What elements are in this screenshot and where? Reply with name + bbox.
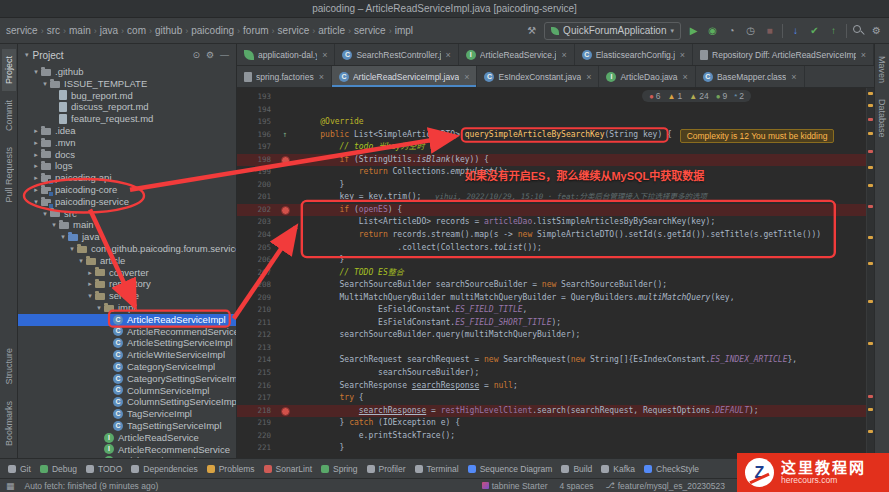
settings-icon[interactable]: ⚙ <box>870 24 883 37</box>
tree-toggle-icon[interactable]: ▾ <box>58 231 68 243</box>
editor-tab-articledao-java[interactable]: IArticleDao.java× <box>599 66 695 87</box>
tree-item-articlerecommendservice[interactable]: IArticleRecommendService <box>18 444 236 456</box>
close-icon[interactable]: × <box>322 50 327 60</box>
code-line-203[interactable]: 203 List<ArticleDO> records = articleDao… <box>237 216 866 229</box>
inspection-count[interactable]: *2 <box>734 91 744 101</box>
toolwindow-button-debug[interactable]: Debug <box>40 464 77 474</box>
code-line-214[interactable]: 214 SearchRequest searchRequest = new Se… <box>237 354 866 367</box>
tree-item-mvn[interactable]: ▸.mvn <box>18 137 236 149</box>
tree-toggle-icon[interactable]: ▾ <box>49 219 59 231</box>
code-line-204[interactable]: 204 return records.stream().map(s -> new… <box>237 229 866 242</box>
close-icon[interactable]: × <box>683 72 688 82</box>
tree-item-converter[interactable]: ▸converter <box>18 267 236 279</box>
code-line-194[interactable]: 194 <box>237 104 866 117</box>
tree-item-tagsettingserviceimpl[interactable]: CTagSettingServiceImpl <box>18 420 236 432</box>
close-icon[interactable]: × <box>586 72 591 82</box>
stripe-mark[interactable] <box>868 118 873 121</box>
tree-toggle-icon[interactable]: ▸ <box>31 172 41 184</box>
toolwindow-button-dependencies[interactable]: Dependencies <box>131 464 197 474</box>
editor-tab-searchrestcontroller-java[interactable]: CSearchRestController.java× <box>335 44 458 65</box>
tree-item-issue-template[interactable]: ▾ISSUE_TEMPLATE <box>18 78 236 90</box>
close-icon[interactable]: × <box>464 72 469 82</box>
code-line-206[interactable]: 206 } <box>237 254 866 267</box>
search-everywhere-icon[interactable] <box>853 25 864 36</box>
tree-toggle-icon[interactable]: ▸ <box>31 125 41 137</box>
breadcrumb-item-forum[interactable]: forum <box>243 25 269 36</box>
code-area[interactable]: 193194195 @Override196↑ public List<Simp… <box>237 88 866 458</box>
settings-icon[interactable]: ⚙ <box>206 50 214 60</box>
code-line-195[interactable]: 195 @Override <box>237 116 866 129</box>
close-icon[interactable]: × <box>446 50 451 60</box>
inspection-count[interactable]: ▲1 <box>668 91 683 101</box>
breadcrumb-item-service[interactable]: service <box>278 25 310 36</box>
tree-toggle-icon[interactable]: ▾ <box>40 208 50 220</box>
code-line-210[interactable]: 210 EsFieldConstant.ES_FIELD_TITLE, <box>237 304 866 317</box>
profiler-icon[interactable]: ◷ <box>744 24 757 37</box>
tree-item-impl[interactable]: ▾impl <box>18 302 236 314</box>
toolwindow-button-spring[interactable]: Spring <box>321 464 358 474</box>
tree-item-docs[interactable]: ▸docs <box>18 149 236 161</box>
build-hammer-icon[interactable]: ⚒ <box>525 24 538 37</box>
toolwindow-button-problems[interactable]: Problems <box>207 464 255 474</box>
editor-tab-esindexconstant-java[interactable]: CEsIndexConstant.java× <box>477 66 599 87</box>
inspection-count[interactable]: ▲24 <box>689 91 708 101</box>
close-icon[interactable]: × <box>561 50 566 60</box>
tool-stripe-structure[interactable]: Structure <box>2 341 16 392</box>
tree-item-discuss-report-md[interactable]: discuss_report.md <box>18 101 236 113</box>
commit-icon[interactable]: ✔ <box>808 24 821 37</box>
code-line-198[interactable]: 198 if (StringUtils.isBlank(key)) { <box>237 154 866 167</box>
debug-icon[interactable]: ◉ <box>706 24 719 37</box>
code-line-193[interactable]: 193 <box>237 91 866 104</box>
inspection-count[interactable]: ●6 <box>649 91 661 101</box>
tree-item-bug-report-md[interactable]: bug_report.md <box>18 90 236 102</box>
close-icon[interactable]: × <box>861 50 866 60</box>
tree-toggle-icon[interactable]: ▸ <box>85 278 95 290</box>
breadcrumb-item-impl[interactable]: impl <box>395 25 413 36</box>
code-line-213[interactable]: 213 <box>237 342 866 355</box>
code-line-211[interactable]: 211 EsFieldConstant.ES_FIELD_SHORT_TITLE… <box>237 317 866 330</box>
tool-stripe-pull-requests[interactable]: Pull Requests <box>2 140 16 210</box>
tree-item-articlerecommendserviceimpl[interactable]: CArticleRecommendServiceImpl <box>18 326 236 338</box>
tree-item-github[interactable]: ▾.github <box>18 66 236 78</box>
tool-stripe-database[interactable]: Database <box>875 92 889 145</box>
toolwindow-button-git[interactable]: Git <box>8 464 31 474</box>
editor-tab-repository-diff-articlereadserviceimpl-java[interactable]: Repository Diff: ArticleReadServiceImpl.… <box>693 44 874 65</box>
stripe-mark[interactable] <box>868 395 873 398</box>
locate-file-icon[interactable]: ⊙ <box>192 50 200 60</box>
tool-stripe-commit[interactable]: Commit <box>2 93 16 138</box>
stripe-mark[interactable] <box>868 132 873 135</box>
breadcrumb-item-com[interactable]: com <box>127 25 146 36</box>
breadcrumb-item-service[interactable]: service <box>6 25 38 36</box>
tree-item-paicoding-service[interactable]: ▾paicoding-service <box>18 196 236 208</box>
code-line-208[interactable]: 208 SearchSourceBuilder searchSourceBuil… <box>237 279 866 292</box>
tree-toggle-icon[interactable]: ▾ <box>31 196 41 208</box>
tree-item-categorysettingserviceimpl[interactable]: CCategorySettingServiceImpl <box>18 373 236 385</box>
stripe-mark[interactable] <box>868 92 873 95</box>
close-icon[interactable]: × <box>680 50 685 60</box>
code-line-215[interactable]: 215 searchSourceBuilder); <box>237 367 866 380</box>
tree-item-columnserviceimpl[interactable]: CColumnServiceImpl <box>18 385 236 397</box>
toolwindow-button-todo[interactable]: TODO <box>86 464 122 474</box>
code-line-218[interactable]: 218 searchResponse = restHighLevelClient… <box>237 405 866 418</box>
editor-tab-articlereadservice-java[interactable]: IArticleReadService.java× <box>459 44 575 65</box>
editor-tab-articlereadserviceimpl-java[interactable]: CArticleReadServiceImpl.java× <box>332 66 478 87</box>
close-icon[interactable]: × <box>319 72 324 82</box>
update-project-icon[interactable]: ↓ <box>789 24 802 37</box>
code-line-202[interactable]: 202 if (openES) { <box>237 204 866 217</box>
chevron-down-icon[interactable]: ▾ <box>25 51 29 59</box>
run-config-select[interactable]: QuickForumApplication▾ <box>544 22 681 40</box>
tree-item-com-github-paicoding-forum-service[interactable]: ▾com.github.paicoding.forum.service <box>18 243 236 255</box>
stripe-mark[interactable] <box>868 430 873 433</box>
tree-item-logs[interactable]: ▸logs <box>18 160 236 172</box>
tree-toggle-icon[interactable]: ▾ <box>67 243 77 255</box>
tree-item-java[interactable]: ▾java <box>18 231 236 243</box>
toolwindow-button-sequence-diagram[interactable]: Sequence Diagram <box>468 464 553 474</box>
error-stripe[interactable] <box>866 88 874 458</box>
inspection-count[interactable]: ●9 <box>716 91 728 101</box>
tree-toggle-icon[interactable]: ▾ <box>76 255 86 267</box>
tree-item-service[interactable]: ▾service <box>18 290 236 302</box>
stop-icon[interactable]: ■ <box>763 24 776 37</box>
breadcrumb-item-java[interactable]: java <box>100 25 118 36</box>
stripe-mark[interactable] <box>868 262 873 265</box>
code-line-209[interactable]: 209 MultiMatchQueryBuilder multiMatchQue… <box>237 292 866 305</box>
